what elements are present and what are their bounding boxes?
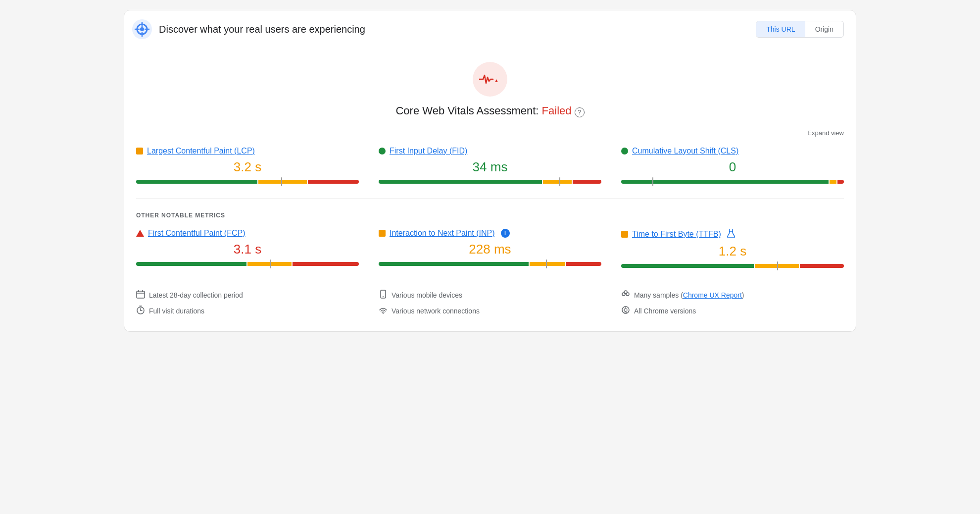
this-url-button[interactable]: This URL [756, 21, 805, 37]
origin-button[interactable]: Origin [805, 21, 843, 37]
metric-card-inp: Interaction to Next Paint (INP)i228 ms [379, 229, 601, 268]
wifi-icon [379, 306, 388, 316]
mobile-icon [379, 290, 388, 301]
inp-progress-bar [379, 262, 601, 266]
metric-header-fcp: First Contentful Paint (FCP) [136, 229, 359, 238]
footer-item-collection: Latest 28-day collection period [136, 290, 359, 301]
footer-info: Latest 28-day collection period Full vis… [136, 278, 844, 321]
logo-icon [132, 19, 152, 39]
fcp-indicator [136, 230, 144, 237]
cls-indicator [621, 148, 628, 154]
cls-bar-needs-improvement [830, 180, 836, 184]
ttfb-indicator [621, 231, 628, 238]
main-content: Core Web Vitals Assessment: Failed? Expa… [124, 47, 856, 321]
fid-progress-bar [379, 180, 601, 184]
footer-item-samples: Many samples (Chrome UX Report) [621, 290, 844, 301]
inp-bar-good [379, 262, 529, 266]
ttfb-value: 1.2 s [621, 244, 844, 259]
footer-collection-text: Latest 28-day collection period [149, 291, 243, 299]
inp-indicator [379, 230, 386, 237]
lcp-indicator [136, 148, 143, 154]
footer-col-3: Many samples (Chrome UX Report) All Chro… [621, 290, 844, 316]
fid-bar-poor [573, 180, 601, 184]
fcp-bar-good [136, 262, 246, 266]
other-metrics-label: OTHER NOTABLE METRICS [136, 204, 844, 224]
inp-info-icon[interactable]: i [501, 229, 510, 238]
ttfb-progress-bar [621, 264, 844, 268]
fid-marker [559, 177, 560, 186]
footer-duration-text: Full visit durations [149, 307, 204, 315]
metric-header-cls: Cumulative Layout Shift (CLS) [621, 147, 844, 155]
assessment-status: Failed [542, 104, 572, 117]
inp-name[interactable]: Interaction to Next Paint (INP) [390, 229, 495, 238]
fid-name[interactable]: First Input Delay (FID) [390, 147, 467, 155]
help-icon[interactable]: ? [575, 107, 585, 117]
chrome-icon [621, 306, 630, 316]
expand-view-link[interactable]: Expand view [136, 127, 844, 142]
svg-rect-9 [137, 291, 145, 298]
ttfb-flask-icon [727, 229, 735, 240]
section-divider [136, 199, 844, 199]
fid-value: 34 ms [379, 159, 601, 175]
fid-bar-good [379, 180, 542, 184]
lcp-value: 3.2 s [136, 159, 359, 175]
cls-marker [652, 177, 653, 186]
footer-mobile-text: Various mobile devices [392, 291, 462, 299]
footer-chrome-text: All Chrome versions [634, 307, 696, 315]
lcp-marker [281, 177, 282, 186]
cls-name[interactable]: Cumulative Layout Shift (CLS) [632, 147, 738, 155]
inp-marker [546, 259, 547, 268]
metric-header-lcp: Largest Contentful Paint (LCP) [136, 147, 359, 155]
cls-bar-poor [837, 180, 844, 184]
fcp-bar-poor [293, 262, 359, 266]
footer-col-2: Various mobile devices Various network c… [379, 290, 601, 316]
svg-point-18 [383, 296, 384, 297]
assessment-prefix: Core Web Vitals Assessment: [395, 104, 541, 117]
fcp-name[interactable]: First Contentful Paint (FCP) [148, 229, 245, 238]
ttfb-bar-poor [800, 264, 844, 268]
assessment-section: Core Web Vitals Assessment: Failed? [136, 47, 844, 127]
main-card: Discover what your real users are experi… [124, 10, 856, 332]
svg-point-22 [624, 291, 627, 294]
assessment-title: Core Web Vitals Assessment: Failed? [395, 104, 584, 117]
metric-header-ttfb: Time to First Byte (TTFB) [621, 229, 844, 240]
header-bar: Discover what your real users are experi… [124, 10, 856, 47]
assessment-icon [473, 62, 507, 97]
fid-indicator [379, 148, 386, 154]
other-metrics-grid: First Contentful Paint (FCP)3.1 sInterac… [136, 224, 844, 278]
svg-marker-7 [495, 79, 498, 82]
cls-progress-bar [621, 180, 844, 184]
metric-card-lcp: Largest Contentful Paint (LCP)3.2 s [136, 147, 359, 184]
metric-card-ttfb: Time to First Byte (TTFB)1.2 s [621, 229, 844, 268]
header-left: Discover what your real users are experi… [132, 19, 365, 39]
metric-card-cls: Cumulative Layout Shift (CLS)0 [621, 147, 844, 184]
url-origin-toggle: This URL Origin [756, 21, 844, 38]
metric-header-inp: Interaction to Next Paint (INP)i [379, 229, 601, 238]
inp-value: 228 ms [379, 242, 601, 257]
lcp-progress-bar [136, 180, 359, 184]
samples-icon [621, 290, 630, 301]
fcp-progress-bar [136, 262, 359, 266]
metric-card-fcp: First Contentful Paint (FCP)3.1 s [136, 229, 359, 268]
footer-item-duration: Full visit durations [136, 306, 359, 316]
svg-point-2 [140, 27, 144, 31]
fcp-value: 3.1 s [136, 242, 359, 257]
cls-value: 0 [621, 159, 844, 175]
fid-bar-needs-improvement [543, 180, 572, 184]
lcp-name[interactable]: Largest Contentful Paint (LCP) [147, 147, 255, 155]
footer-network-text: Various network connections [392, 307, 480, 315]
metric-card-fid: First Input Delay (FID)34 ms [379, 147, 601, 184]
ttfb-marker [777, 261, 778, 270]
ttfb-name[interactable]: Time to First Byte (TTFB) [632, 230, 721, 239]
timer-icon [136, 306, 145, 316]
calendar-icon [136, 290, 145, 301]
chrome-ux-link[interactable]: Chrome UX Report [683, 291, 742, 299]
footer-item-mobile: Various mobile devices [379, 290, 601, 301]
lcp-bar-good [136, 180, 257, 184]
inp-bar-needs-improvement [530, 262, 565, 266]
ttfb-bar-good [621, 264, 754, 268]
footer-item-chrome: All Chrome versions [621, 306, 844, 316]
lcp-bar-needs-improvement [258, 180, 307, 184]
footer-samples-text: Many samples (Chrome UX Report) [634, 291, 744, 299]
inp-bar-poor [566, 262, 601, 266]
